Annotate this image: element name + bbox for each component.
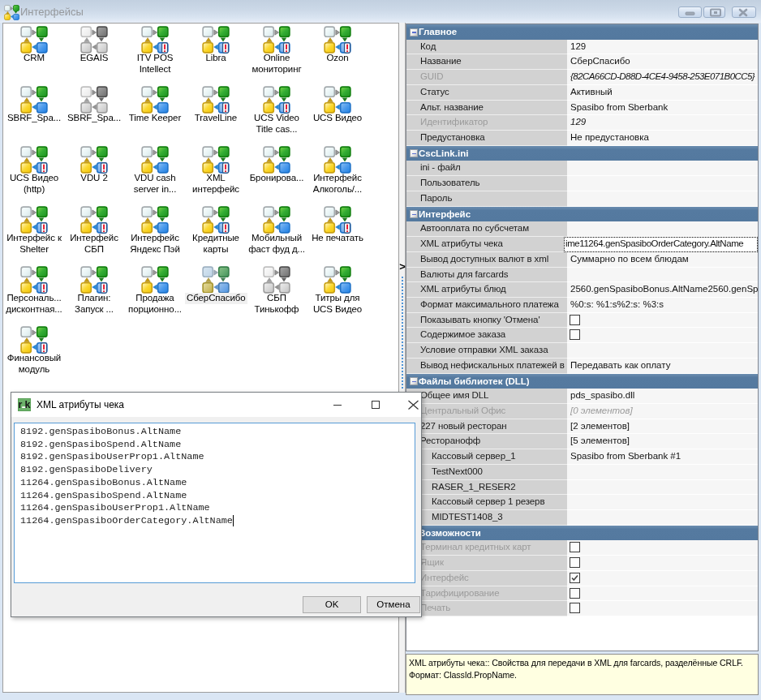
svg-text:r: r bbox=[19, 399, 23, 410]
svg-text:k: k bbox=[25, 399, 31, 410]
